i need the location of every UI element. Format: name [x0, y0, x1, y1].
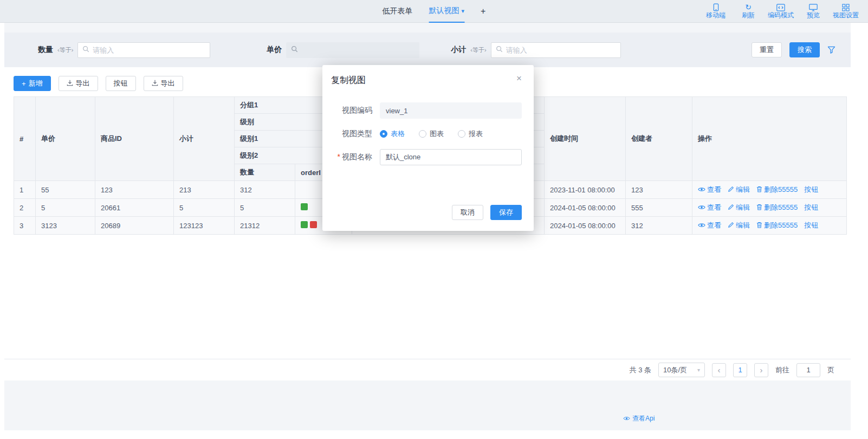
export-button-2[interactable]: 导出: [144, 76, 183, 91]
cell-created-at: 2024-01-05 08:00:00: [545, 199, 626, 217]
filter-funnel-icon[interactable]: [827, 46, 835, 54]
cell-subtotal: 123123: [174, 217, 235, 235]
filter-operator-subtotal[interactable]: ‹等于›: [470, 46, 486, 54]
delete-link-label: 删除55555: [764, 221, 798, 230]
next-page-button[interactable]: ›: [754, 363, 768, 377]
file-thumb-green-icon[interactable]: [301, 221, 308, 228]
cell-index: 3: [14, 217, 36, 235]
delete-link[interactable]: 删除55555: [756, 203, 798, 212]
edit-link[interactable]: 编辑: [728, 185, 750, 195]
file-thumb-red-icon[interactable]: [310, 221, 317, 228]
topbar-action-label: 刷新: [742, 12, 755, 19]
topbar-action-preview[interactable]: 预览: [799, 3, 828, 19]
row-button-link[interactable]: 按钮: [804, 185, 818, 195]
cell-creator: 555: [626, 199, 692, 217]
row-button-label: 按钮: [804, 203, 818, 212]
preview-icon: [809, 3, 818, 11]
view-name-label: *视图名称: [330, 152, 372, 162]
row-button-label: 按钮: [804, 185, 818, 195]
close-icon[interactable]: ×: [516, 74, 522, 83]
eye-icon: [698, 204, 705, 212]
price-filter-text[interactable]: [301, 46, 414, 54]
topbar-action-label: 预览: [807, 12, 820, 19]
search-button[interactable]: 搜索: [789, 42, 820, 57]
chevron-down-icon: ▾: [697, 367, 700, 373]
col-header-creator: 创建者: [626, 97, 692, 181]
page-size-value: 10条/页: [663, 365, 687, 375]
form-row-view-type: 视图类型 表格 图表 报表: [330, 129, 522, 139]
topbar-action-code-mode[interactable]: 编码模式: [766, 3, 795, 19]
radio-chart-label: 图表: [430, 129, 444, 139]
filter-field-subtotal: 小计 ‹等于›: [451, 42, 620, 58]
delete-link-label: 删除55555: [764, 203, 798, 212]
file-thumb-green-icon[interactable]: [301, 203, 308, 210]
export-button-1[interactable]: 导出: [59, 76, 98, 91]
cell-qty: 312: [235, 181, 295, 199]
subtotal-filter-input[interactable]: [491, 42, 621, 58]
edit-link[interactable]: 编辑: [728, 221, 750, 230]
cell-product-id: 123: [95, 181, 174, 199]
cell-subtotal: 5: [174, 199, 235, 217]
caret-down-icon: ▾: [462, 8, 465, 15]
view-type-radio-group: 表格 图表 报表: [380, 129, 483, 139]
prev-page-button[interactable]: ‹: [712, 363, 726, 377]
radio-report[interactable]: 报表: [458, 129, 483, 139]
topbar: 低开表单 默认视图 ▾ + 移动端 ↻ 刷新 编码模式 预览: [0, 0, 868, 23]
reset-button[interactable]: 重置: [752, 42, 782, 57]
tab-low-code-form[interactable]: 低开表单: [383, 0, 413, 23]
price-filter-input[interactable]: [286, 42, 419, 58]
cell-index: 1: [14, 181, 36, 199]
goto-page-input[interactable]: [796, 363, 820, 377]
download-icon: [67, 80, 73, 88]
next-icon: ›: [760, 365, 763, 375]
add-view-tab-button[interactable]: +: [481, 0, 485, 23]
filter-actions: 重置 搜索: [752, 42, 835, 57]
radio-report-label: 报表: [469, 129, 483, 139]
cell-price: 55: [36, 181, 95, 199]
eye-icon: [698, 222, 705, 230]
add-button[interactable]: + 新增: [14, 76, 51, 91]
quantity-filter-text[interactable]: [93, 46, 205, 54]
pencil-icon: [728, 204, 734, 212]
topbar-action-label: 编码模式: [768, 12, 794, 19]
view-link[interactable]: 查看: [698, 221, 721, 230]
col-header-price: 单价: [36, 97, 95, 181]
cell-actions: 查看 编辑 删除55555 按钮: [692, 199, 847, 217]
tab-default-view[interactable]: 默认视图 ▾: [429, 0, 465, 23]
page-size-select[interactable]: 10条/页 ▾: [658, 363, 705, 377]
view-link[interactable]: 查看: [698, 203, 721, 212]
eye-icon: [698, 186, 705, 194]
topbar-actions: 移动端 ↻ 刷新 编码模式 预览 视图设置: [701, 0, 860, 23]
cancel-button[interactable]: 取消: [452, 205, 483, 220]
view-link[interactable]: 查看: [698, 185, 721, 195]
filter-operator-quantity[interactable]: ‹等于›: [57, 46, 73, 54]
delete-link[interactable]: 删除55555: [756, 185, 798, 195]
view-code-input[interactable]: [380, 102, 522, 119]
topbar-action-mobile[interactable]: 移动端: [701, 3, 730, 19]
cell-qty: 5: [235, 199, 295, 217]
subtotal-filter-text[interactable]: [506, 46, 616, 54]
topbar-action-label: 视图设置: [833, 12, 859, 19]
search-icon: [496, 46, 503, 54]
cell-creator: 312: [626, 217, 692, 235]
view-name-input[interactable]: [380, 149, 522, 165]
radio-table[interactable]: 表格: [380, 129, 405, 139]
row-button-link[interactable]: 按钮: [804, 221, 818, 230]
topbar-action-view-settings[interactable]: 视图设置: [831, 3, 860, 19]
custom-button[interactable]: 按钮: [106, 76, 136, 91]
view-tabs: 低开表单 默认视图 ▾ +: [383, 0, 486, 23]
delete-link[interactable]: 删除55555: [756, 221, 798, 230]
total-count: 共 3 条: [630, 365, 651, 375]
trash-icon: [756, 186, 762, 194]
view-name-label-text: 视图名称: [342, 152, 372, 161]
edit-link[interactable]: 编辑: [728, 203, 750, 212]
save-button[interactable]: 保存: [490, 205, 522, 220]
cell-subtotal: 213: [174, 181, 235, 199]
view-api-link[interactable]: 查看Api: [623, 414, 655, 423]
radio-chart[interactable]: 图表: [419, 129, 444, 139]
topbar-action-refresh[interactable]: ↻ 刷新: [734, 3, 763, 19]
edit-link-label: 编辑: [736, 185, 750, 195]
quantity-filter-input[interactable]: [77, 42, 210, 58]
page-number-button[interactable]: 1: [733, 363, 747, 377]
row-button-link[interactable]: 按钮: [804, 203, 818, 212]
